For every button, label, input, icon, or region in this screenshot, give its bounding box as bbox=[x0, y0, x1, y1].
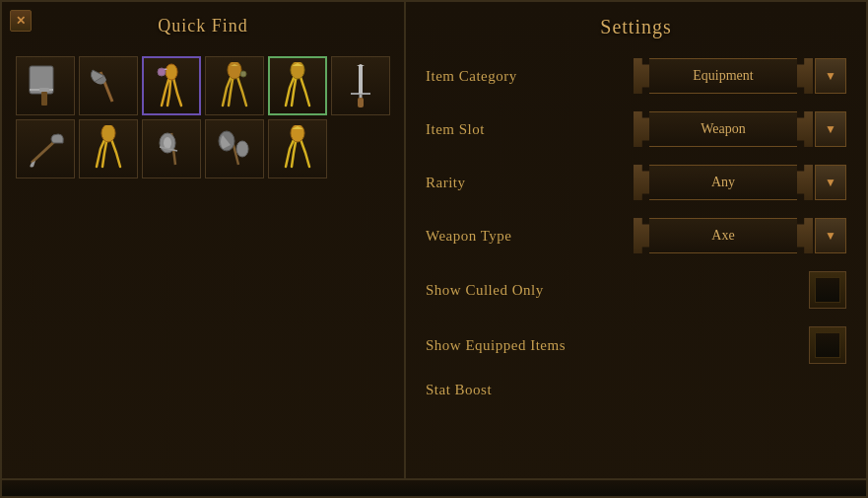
svg-point-19 bbox=[164, 137, 171, 149]
item-cell-11[interactable] bbox=[268, 119, 327, 178]
show-equipped-items-row: Show Equipped Items bbox=[426, 324, 846, 366]
quick-find-title: Quick Find bbox=[158, 16, 248, 36]
rarity-label: Rarity bbox=[426, 175, 583, 191]
main-window: ✕ Quick Find bbox=[0, 0, 868, 498]
close-button[interactable]: ✕ bbox=[10, 10, 32, 32]
svg-point-24 bbox=[236, 141, 248, 157]
item-slot-row: Item Slot Weapon ▼ bbox=[426, 109, 846, 149]
rarity-row: Rarity Any ▼ bbox=[426, 163, 846, 202]
rarity-arrow[interactable]: ▼ bbox=[815, 165, 846, 200]
item-slot-arrow[interactable]: ▼ bbox=[815, 111, 846, 147]
items-grid bbox=[10, 50, 396, 184]
item-slot-label: Item Slot bbox=[426, 121, 583, 138]
show-equipped-items-toggle-inner bbox=[815, 332, 840, 358]
svg-point-8 bbox=[240, 71, 246, 77]
svg-rect-3 bbox=[39, 88, 49, 92]
item-category-arrow[interactable]: ▼ bbox=[815, 58, 846, 94]
settings-panel: Settings Item Category Equipment ▼ Item … bbox=[406, 2, 866, 496]
item-category-label: Item Category bbox=[426, 68, 583, 85]
quick-find-panel: ✕ Quick Find bbox=[2, 2, 406, 496]
show-equipped-items-label: Show Equipped Items bbox=[426, 337, 583, 354]
item-slot-dropdown[interactable]: Weapon ▼ bbox=[634, 111, 846, 147]
stat-boost-row: Stat Boost bbox=[426, 380, 846, 400]
item-category-row: Item Category Equipment ▼ bbox=[426, 56, 846, 96]
svg-point-5 bbox=[166, 64, 177, 80]
item-cell-9[interactable] bbox=[142, 119, 201, 178]
item-cell-3[interactable] bbox=[142, 56, 201, 115]
item-cell-10[interactable] bbox=[205, 119, 264, 178]
item-cell-2[interactable] bbox=[79, 56, 138, 115]
item-cell-5[interactable] bbox=[268, 56, 327, 115]
weapon-type-arrow[interactable]: ▼ bbox=[815, 218, 846, 253]
show-culled-only-toggle[interactable] bbox=[809, 271, 846, 309]
show-equipped-items-toggle[interactable] bbox=[809, 326, 846, 364]
item-cell-6[interactable] bbox=[331, 56, 390, 115]
svg-rect-1 bbox=[41, 92, 47, 106]
bottom-bar bbox=[2, 478, 866, 496]
rarity-value: Any bbox=[649, 165, 797, 200]
item-cell-4[interactable] bbox=[205, 56, 264, 115]
item-category-dropdown[interactable]: Equipment ▼ bbox=[634, 58, 846, 94]
weapon-type-row: Weapon Type Axe ▼ bbox=[426, 216, 846, 255]
item-category-value: Equipment bbox=[649, 58, 797, 94]
show-culled-only-toggle-inner bbox=[815, 277, 840, 303]
item-cell-8[interactable] bbox=[79, 119, 138, 178]
svg-rect-14 bbox=[359, 66, 363, 94]
item-cell-7[interactable] bbox=[16, 119, 75, 178]
svg-point-16 bbox=[101, 125, 115, 142]
svg-marker-13 bbox=[357, 64, 365, 66]
show-culled-only-label: Show Culled Only bbox=[426, 282, 583, 299]
weapon-type-dropdown[interactable]: Axe ▼ bbox=[634, 218, 846, 253]
weapon-type-label: Weapon Type bbox=[426, 228, 583, 245]
item-slot-value: Weapon bbox=[649, 111, 797, 147]
rarity-dropdown[interactable]: Any ▼ bbox=[634, 165, 846, 200]
item-cell-1[interactable] bbox=[16, 56, 75, 115]
stat-boost-label: Stat Boost bbox=[426, 382, 583, 398]
show-culled-only-row: Show Culled Only bbox=[426, 269, 846, 311]
svg-rect-12 bbox=[358, 98, 364, 107]
weapon-type-value: Axe bbox=[649, 218, 797, 253]
settings-title: Settings bbox=[426, 16, 846, 38]
